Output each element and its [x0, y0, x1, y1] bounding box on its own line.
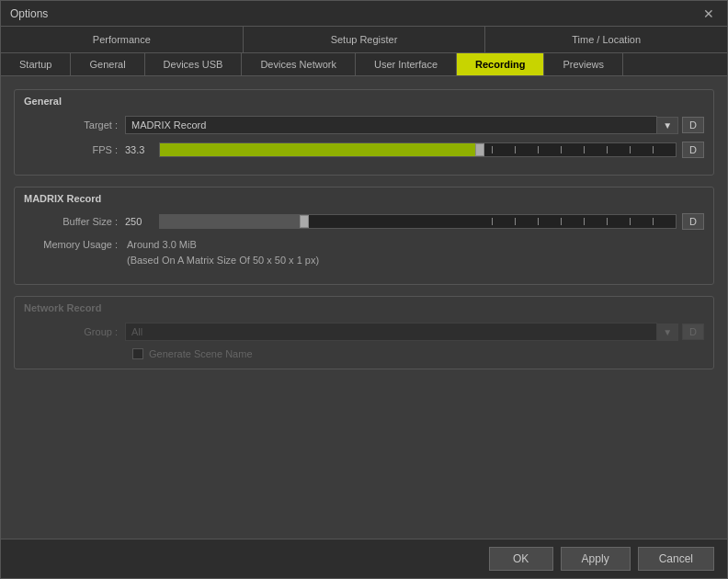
generate-scene-checkbox — [132, 348, 143, 359]
madrix-record-section: MADRIX Record Buffer Size : 250 — [14, 187, 714, 285]
ok-button[interactable]: OK — [489, 547, 553, 571]
tab-time-location[interactable]: Time / Location — [485, 27, 727, 52]
buffer-label: Buffer Size : — [24, 216, 125, 227]
memory-label: Memory Usage : — [24, 237, 125, 250]
fps-row: FPS : 33.3 — [24, 142, 704, 158]
network-group-wrap: All ▼ — [125, 323, 678, 341]
buffer-slider-handle[interactable] — [300, 215, 309, 228]
tab-setup-register[interactable]: Setup Register — [244, 27, 486, 52]
madrix-record-content: Buffer Size : 250 — [15, 208, 713, 284]
apply-button[interactable]: Apply — [561, 547, 631, 571]
fps-slider-handle[interactable] — [475, 143, 484, 156]
cancel-button[interactable]: Cancel — [638, 547, 714, 571]
tab-devices-usb[interactable]: Devices USB — [145, 53, 243, 75]
target-row: Target : MADRIX Record ▼ D — [24, 116, 704, 134]
buffer-d-button[interactable]: D — [682, 213, 704, 230]
content-area: General Target : MADRIX Record ▼ D FPS : — [1, 76, 727, 539]
tab-previews[interactable]: Previews — [544, 53, 623, 75]
group-dropdown-arrow: ▼ — [657, 324, 678, 341]
fps-slider-track[interactable] — [159, 142, 677, 157]
madrix-record-title: MADRIX Record — [15, 187, 713, 208]
fps-slider-wrap: 33.3 — [125, 142, 678, 157]
footer: OK Apply Cancel — [1, 539, 727, 578]
tab-performance[interactable]: Performance — [1, 27, 244, 52]
target-dropdown-wrap: MADRIX Record ▼ — [125, 116, 678, 134]
group-label: Group : — [24, 326, 125, 337]
network-record-section: Network Record Group : All ▼ D — [14, 296, 714, 369]
general-section-title: General — [15, 90, 713, 110]
tab-startup[interactable]: Startup — [1, 53, 71, 75]
network-record-content: Group : All ▼ D Generate Scene Name — [15, 317, 713, 369]
tab-recording[interactable]: Recording — [457, 53, 544, 75]
options-window: Options ✕ Performance Setup Register Tim… — [0, 0, 728, 579]
buffer-slider-fill — [160, 215, 304, 228]
target-label: Target : — [24, 119, 125, 131]
memory-text: Around 3.0 MiB (Based On A Matrix Size O… — [127, 237, 319, 267]
group-d-button: D — [682, 324, 704, 340]
target-d-button[interactable]: D — [682, 117, 704, 133]
tabs-row1: Performance Setup Register Time / Locati… — [1, 27, 727, 53]
general-section: General Target : MADRIX Record ▼ D FPS : — [14, 89, 714, 176]
title-bar: Options ✕ — [1, 1, 727, 27]
tab-devices-network[interactable]: Devices Network — [242, 53, 356, 75]
target-dropdown-arrow[interactable]: ▼ — [657, 117, 678, 134]
buffer-slider-ticks — [470, 215, 676, 228]
group-dropdown: All — [125, 323, 657, 341]
tab-general[interactable]: General — [71, 53, 144, 75]
memory-row: Memory Usage : Around 3.0 MiB (Based On … — [24, 237, 704, 267]
buffer-value: 250 — [125, 216, 157, 227]
buffer-row: Buffer Size : 250 — [24, 213, 704, 230]
close-button[interactable]: ✕ — [700, 5, 718, 23]
network-record-title: Network Record — [15, 297, 713, 317]
general-section-content: Target : MADRIX Record ▼ D FPS : 33.3 — [15, 110, 713, 175]
generate-scene-row: Generate Scene Name — [24, 348, 704, 359]
fps-label: FPS : — [24, 144, 125, 155]
fps-slider-ticks — [470, 143, 676, 156]
window-title: Options — [10, 7, 48, 20]
tab-user-interface[interactable]: User Interface — [356, 53, 457, 75]
target-dropdown[interactable]: MADRIX Record — [125, 116, 657, 134]
fps-d-button[interactable]: D — [682, 142, 704, 158]
group-row: Group : All ▼ D — [24, 323, 704, 341]
buffer-slider-track[interactable] — [159, 214, 677, 229]
fps-value: 33.3 — [125, 144, 157, 155]
fps-slider-fill — [160, 143, 480, 156]
generate-scene-label: Generate Scene Name — [149, 348, 253, 359]
tabs-row2: Startup General Devices USB Devices Netw… — [1, 53, 727, 76]
memory-line1: Around 3.0 MiB — [127, 237, 319, 253]
memory-line2: (Based On A Matrix Size Of 50 x 50 x 1 p… — [127, 253, 319, 268]
buffer-slider-wrap: 250 — [125, 214, 678, 229]
